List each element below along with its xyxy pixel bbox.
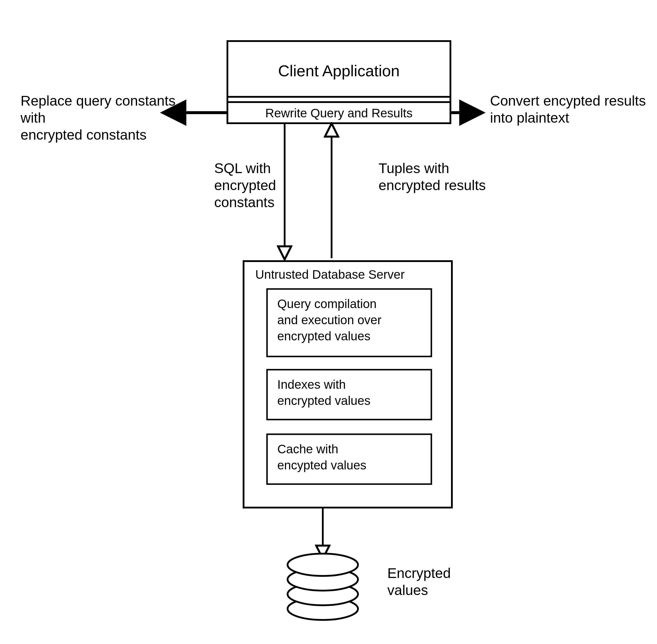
left-annotation: Replace query constants with encrypted c…	[20, 93, 176, 143]
client-block: Client Application Rewrite Query and Res…	[227, 41, 450, 123]
server-box3-l2: encypted values	[277, 458, 366, 472]
client-title: Client Application	[278, 62, 400, 79]
svg-text:constants: constants	[214, 194, 274, 210]
right-annotation: Convert encypted results into plaintext	[490, 93, 646, 125]
storage-label: Encrypted values	[387, 566, 451, 598]
server-title: Untrusted Database Server	[255, 268, 405, 281]
architecture-diagram: Client Application Rewrite Query and Res…	[0, 0, 657, 644]
svg-text:encrypted: encrypted	[214, 178, 276, 193]
svg-text:with: with	[20, 110, 45, 125]
svg-text:into plaintext: into plaintext	[490, 110, 569, 125]
svg-text:Encrypted: Encrypted	[387, 566, 451, 581]
svg-text:encrypted results: encrypted results	[379, 178, 486, 193]
svg-point-20	[288, 554, 358, 576]
svg-text:Replace query constants: Replace query constants	[21, 93, 176, 109]
svg-text:encrypted constants: encrypted constants	[21, 127, 147, 143]
flow-up-label: Tuples with encrypted results	[379, 160, 486, 193]
server-box1-l3: encrypted values	[277, 329, 370, 343]
svg-text:Tuples with: Tuples with	[379, 160, 449, 176]
server-box1-l2: and execution over	[277, 313, 382, 327]
flow-down-label: SQL with encrypted constants	[214, 160, 276, 210]
server-box1-l1: Query compilation	[277, 297, 377, 311]
svg-text:values: values	[387, 582, 428, 598]
storage-icon	[288, 554, 358, 620]
server-box2-l2: encrypted values	[277, 394, 370, 408]
server-box2-l1: Indexes with	[277, 377, 346, 391]
server-box3-l1: Cache with	[277, 442, 338, 456]
svg-text:Convert encypted results: Convert encypted results	[490, 93, 646, 109]
server-block: Untrusted Database Server Query compilat…	[244, 261, 452, 508]
client-subtitle: Rewrite Query and Results	[265, 106, 412, 120]
svg-text:SQL with: SQL with	[214, 160, 271, 176]
